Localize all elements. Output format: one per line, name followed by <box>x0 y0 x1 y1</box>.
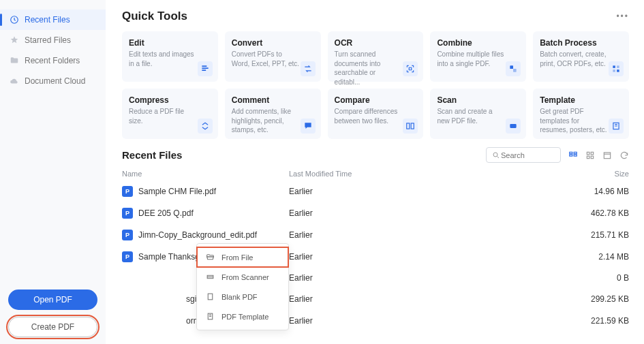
menu-label: Blank PDF <box>221 293 258 301</box>
sidebar-item-recent-files[interactable]: Recent Files <box>0 10 106 30</box>
search-box[interactable] <box>486 147 561 163</box>
template-icon <box>609 119 624 134</box>
recent-files-header: Recent Files <box>122 147 629 163</box>
menu-item-from-file[interactable]: From File <box>197 247 288 267</box>
header: Quick Tools ••• <box>122 10 629 23</box>
pdf-icon: P <box>122 230 133 240</box>
tool-title: Combine <box>437 38 519 48</box>
more-icon[interactable]: ••• <box>616 12 629 21</box>
file-time: Earlier <box>289 230 568 240</box>
col-name: Name <box>122 170 289 178</box>
compare-icon <box>403 119 418 134</box>
svg-rect-20 <box>604 152 610 158</box>
svg-rect-7 <box>407 123 410 129</box>
tool-desc: Get great PDF templates for resumes, pos… <box>540 107 608 135</box>
file-time: Earlier <box>289 316 568 326</box>
tool-title: Template <box>540 95 622 105</box>
folder-open-icon <box>205 252 215 262</box>
file-time: Earlier <box>289 208 568 218</box>
tool-desc: Turn scanned documents into searchable o… <box>335 50 403 87</box>
recent-files-title: Recent Files <box>122 149 182 161</box>
refresh-icon[interactable] <box>619 150 629 160</box>
svg-rect-12 <box>569 152 572 153</box>
file-time: Earlier <box>289 294 568 304</box>
svg-rect-6 <box>617 69 619 72</box>
tool-scan[interactable]: Scan Scan and create a new PDF file. <box>430 89 526 139</box>
svg-rect-22 <box>208 294 213 300</box>
open-pdf-button[interactable]: Open PDF <box>8 290 97 310</box>
tool-desc: Combine multiple files into a single PDF… <box>437 50 505 68</box>
sidebar-item-label: Document Cloud <box>25 76 85 86</box>
tool-template[interactable]: Template Get great PDF templates for res… <box>533 89 629 139</box>
tool-title: Convert <box>232 38 314 48</box>
calendar-icon[interactable] <box>602 150 612 160</box>
menu-item-pdf-template[interactable]: PDF Template <box>197 307 288 326</box>
sidebar-item-label: Recent Files <box>25 15 70 25</box>
svg-rect-16 <box>587 152 589 155</box>
tool-edit[interactable]: Edit Edit texts and images in a file. <box>122 31 218 82</box>
svg-rect-4 <box>617 65 619 68</box>
convert-icon <box>301 61 316 76</box>
sidebar-item-recent-folders[interactable]: Recent Folders <box>0 50 106 71</box>
table-row[interactable]: PDEE 205 Q.pdfEarlier462.78 KB <box>122 202 629 224</box>
svg-rect-14 <box>574 152 577 153</box>
pdf-icon: P <box>122 251 133 262</box>
tool-convert[interactable]: Convert Convert PDFs to Word, Excel, PPT… <box>225 31 321 82</box>
file-time: Earlier <box>289 252 568 262</box>
tool-desc: Compare differences between two files. <box>335 107 403 125</box>
sidebar-item-document-cloud[interactable]: Document Cloud <box>0 71 106 91</box>
col-size: Size <box>568 170 629 178</box>
quick-tools-grid: Edit Edit texts and images in a file. Co… <box>122 31 629 139</box>
tool-compare[interactable]: Compare Compare differences between two … <box>328 89 424 139</box>
tool-desc: Convert PDFs to Word, Excel, PPT, etc. <box>232 50 300 68</box>
tool-title: Comment <box>232 95 314 105</box>
menu-item-from-scanner[interactable]: From Scanner <box>197 267 288 287</box>
view-grid-icon[interactable] <box>585 150 595 160</box>
tool-title: Batch Process <box>540 38 622 48</box>
batch-icon <box>609 61 624 76</box>
file-size: 0 B <box>568 273 629 283</box>
tool-desc: Edit texts and images in a file. <box>129 50 197 68</box>
svg-point-11 <box>493 153 497 157</box>
file-size: 299.25 KB <box>568 294 629 304</box>
file-size: 2.14 MB <box>568 252 629 262</box>
tool-compress[interactable]: Compress Reduce a PDF file size. <box>122 89 218 139</box>
tool-comment[interactable]: Comment Add comments, like highlights, p… <box>225 89 321 139</box>
col-time: Last Modified Time <box>289 170 568 178</box>
sidebar-item-starred-files[interactable]: Starred Files <box>0 30 106 50</box>
file-time: Earlier <box>289 273 568 283</box>
tool-desc: Add comments, like highlights, pencil, s… <box>232 107 300 135</box>
sidebar-item-label: Recent Folders <box>25 56 80 65</box>
pdf-icon: P <box>122 208 133 219</box>
menu-label: From Scanner <box>221 273 269 281</box>
comment-icon <box>301 119 316 134</box>
ocr-icon <box>403 61 418 76</box>
tool-batch[interactable]: Batch Process Batch convert, create, pri… <box>533 31 629 82</box>
cloud-icon <box>10 76 19 86</box>
svg-rect-13 <box>569 154 572 155</box>
svg-rect-17 <box>591 152 594 155</box>
view-list-icon[interactable] <box>568 150 578 160</box>
clock-icon <box>10 15 19 25</box>
tool-title: Edit <box>129 38 211 48</box>
scan-icon <box>506 119 521 134</box>
scanner-icon <box>205 272 215 282</box>
tool-combine[interactable]: Combine Combine multiple files into a si… <box>430 31 526 82</box>
tool-ocr[interactable]: OCR Turn scanned documents into searchab… <box>328 31 424 82</box>
table-row[interactable]: PSample CHM File.pdfEarlier14.96 MB <box>122 181 629 202</box>
tool-desc: Batch convert, create, print, OCR PDFs, … <box>540 50 608 68</box>
page-title: Quick Tools <box>122 10 187 23</box>
template-page-icon <box>205 311 215 322</box>
search-input[interactable] <box>501 151 555 159</box>
svg-rect-15 <box>574 154 577 155</box>
sidebar-buttons: Open PDF Create PDF <box>0 283 106 344</box>
svg-rect-18 <box>587 156 589 159</box>
sidebar: Recent Files Starred Files Recent Folder… <box>0 0 106 344</box>
svg-rect-5 <box>613 69 615 72</box>
sidebar-item-label: Starred Files <box>25 35 71 45</box>
svg-rect-3 <box>613 65 615 68</box>
menu-item-blank-pdf[interactable]: Blank PDF <box>197 287 288 307</box>
create-pdf-button[interactable]: Create PDF <box>8 317 97 337</box>
file-name: Sample CHM File.pdf <box>138 187 216 196</box>
file-size: 14.96 MB <box>568 187 629 196</box>
